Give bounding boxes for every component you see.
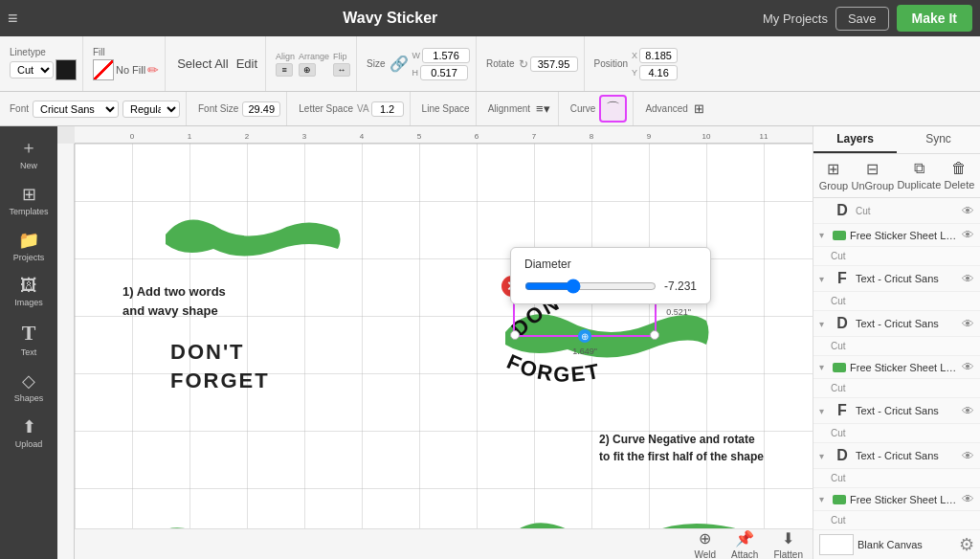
w-label: W <box>412 51 421 60</box>
layer-item-free-3-sub[interactable]: Cut <box>813 511 980 530</box>
sidebar-item-projects[interactable]: 📁 Projects <box>0 224 57 268</box>
x-input[interactable] <box>639 48 678 63</box>
ruler-tick-2: 2 <box>245 132 249 141</box>
sidebar-item-templates[interactable]: ⊞ Templates <box>0 178 57 222</box>
layer-name-1: Cut <box>856 206 958 216</box>
linetype-group: Linetype Cut <box>4 36 83 91</box>
sidebar-item-text[interactable]: T Text <box>0 315 57 363</box>
layer-item-d-text-2-sub[interactable]: Cut <box>813 469 980 488</box>
layer-item-d-text-1-sub[interactable]: Cut <box>813 337 980 356</box>
save-button[interactable]: Save <box>835 7 889 31</box>
layer-letter-4: D <box>833 315 852 332</box>
new-icon: ＋ <box>20 136 37 159</box>
align-icon[interactable]: ≡ <box>276 63 293 77</box>
layer-item-d-text-2[interactable]: ▾ D Text - Cricut Sans 👁 <box>813 443 980 469</box>
attach-button[interactable]: 📌 Attach <box>731 529 758 560</box>
weld-button[interactable]: ⊕ Weld <box>694 529 716 560</box>
link-icon[interactable]: 🔗 <box>390 55 409 73</box>
letter-space-input[interactable] <box>371 101 404 117</box>
ungroup-button[interactable]: ⊟ UnGroup <box>852 160 895 191</box>
fill-swatch[interactable] <box>93 59 114 80</box>
selection-bottom-handle[interactable]: ⊕ <box>578 329 591 343</box>
layer-item-f-text-1[interactable]: ▾ F Text - Cricut Sans 👁 <box>813 266 980 292</box>
layer-item-d-text-1[interactable]: ▾ D Text - Cricut Sans 👁 <box>813 311 980 337</box>
y-input[interactable] <box>639 65 678 80</box>
layer-item-free-2[interactable]: ▾ Free Sticker Sheet Layout ... 👁 <box>813 356 980 379</box>
layer-eye-4[interactable]: 👁 <box>962 317 974 331</box>
layer-item-d-cut[interactable]: D Cut 👁 <box>813 198 980 224</box>
layer-eye-2[interactable]: 👁 <box>962 228 974 242</box>
ruler-top-content: 0 1 2 3 4 5 6 7 8 9 10 11 12 13 <box>75 126 813 143</box>
alignment-button[interactable]: ≡▾ <box>534 100 552 118</box>
sidebar-item-shapes[interactable]: ◇ Shapes <box>0 365 57 409</box>
sidebar-item-new[interactable]: ＋ New <box>0 130 57 176</box>
layers-list: D Cut 👁 ▾ Free Sticker Sheet Layout ... … <box>813 198 980 559</box>
my-projects-link[interactable]: My Projects <box>763 11 828 26</box>
linetype-color-swatch[interactable] <box>56 59 77 80</box>
tab-sync[interactable]: Sync <box>897 126 980 153</box>
edit-button[interactable]: Edit <box>234 55 259 73</box>
resize-handle-bl[interactable] <box>510 330 520 340</box>
width-input[interactable] <box>422 48 470 63</box>
layer-item-f-text-1-sub[interactable]: Cut <box>813 292 980 311</box>
rotate-label: Rotate <box>486 58 514 69</box>
layer-item-blank-canvas[interactable]: Blank Canvas ⚙ <box>813 530 980 559</box>
fill-control: Fill No Fill ✏ <box>93 47 159 80</box>
height-input[interactable] <box>420 65 468 80</box>
layer-eye-8[interactable]: 👁 <box>962 492 974 506</box>
flatten-icon: ⬇ <box>782 529 794 548</box>
ungroup-label: UnGroup <box>852 180 895 191</box>
duplicate-button[interactable]: ⧉ Duplicate <box>897 160 941 191</box>
layer-item-free-1-sub[interactable]: Cut <box>813 247 980 266</box>
layer-item-free-3[interactable]: ▾ Free Sticker Sheet Layout ... 👁 <box>813 488 980 511</box>
layer-item-free-1[interactable]: ▾ Free Sticker Sheet Layout ... 👁 <box>813 224 980 247</box>
flip-control: Flip ↔ <box>333 52 350 77</box>
group-button[interactable]: ⊞ Group <box>819 160 849 191</box>
font-select[interactable]: Cricut Sans <box>33 101 119 118</box>
align-control: Align ≡ <box>276 52 295 77</box>
flip-icon[interactable]: ↔ <box>333 63 350 77</box>
advanced-button[interactable]: ⊞ <box>692 100 706 118</box>
dimension-label-w: 1.649" <box>572 347 597 356</box>
layer-item-f-text-2-sub[interactable]: Cut <box>813 424 980 443</box>
curve-button[interactable]: ⌒ <box>599 95 627 123</box>
layer-eye-5[interactable]: 👁 <box>962 360 974 374</box>
arrange-icon[interactable]: ⊕ <box>299 63 316 77</box>
layer-item-f-text-2[interactable]: ▾ F Text - Cricut Sans 👁 <box>813 398 980 424</box>
layer-eye-3[interactable]: 👁 <box>962 272 974 286</box>
forget-text-tl: FORGET <box>170 369 270 393</box>
diameter-popup: Diameter -7.231 <box>510 247 711 304</box>
sidebar-label-projects: Projects <box>13 253 45 262</box>
tab-layers[interactable]: Layers <box>813 126 897 153</box>
delete-button[interactable]: 🗑 Delete <box>945 160 975 191</box>
layer-name-8s: Cut <box>831 515 974 525</box>
width-control: W H <box>412 48 471 80</box>
sidebar-item-upload[interactable]: ⬆ Upload <box>0 411 57 455</box>
font-style-select[interactable]: Regular <box>122 101 180 118</box>
pen-icon[interactable]: ✏ <box>147 62 159 78</box>
layer-color-2 <box>833 231 846 240</box>
layer-item-free-2-sub[interactable]: Cut <box>813 379 980 398</box>
blank-canvas-settings-icon[interactable]: ⚙ <box>959 534 974 555</box>
diameter-slider[interactable] <box>524 279 657 294</box>
linetype-select[interactable]: Cut <box>10 61 54 78</box>
sidebar-item-images[interactable]: 🖼 Images <box>0 270 57 313</box>
ruler-tick-4: 4 <box>360 132 364 141</box>
layer-eye-1[interactable]: 👁 <box>962 204 974 218</box>
layer-letter-1: D <box>833 202 852 219</box>
size-group: Size 🔗 W H <box>361 36 477 91</box>
rotate-icon: ↻ <box>519 57 528 71</box>
linetype-label: Linetype <box>10 47 77 57</box>
rotate-input[interactable] <box>530 56 578 72</box>
advanced-group: Advanced ⊞ <box>639 92 711 125</box>
y-label: Y <box>632 68 637 78</box>
layer-eye-6[interactable]: 👁 <box>962 404 974 418</box>
flatten-button[interactable]: ⬇ Flatten <box>773 529 803 560</box>
make-it-button[interactable]: Make It <box>897 5 972 32</box>
canvas-area[interactable]: 0 1 2 3 4 5 6 7 8 9 10 11 12 13 <box>57 126 813 559</box>
layer-eye-7[interactable]: 👁 <box>962 449 974 463</box>
select-all-button[interactable]: Select All <box>175 55 230 73</box>
font-size-input[interactable] <box>242 101 280 117</box>
resize-handle-br[interactable] <box>650 330 659 340</box>
hamburger-icon[interactable]: ≡ <box>8 9 18 29</box>
